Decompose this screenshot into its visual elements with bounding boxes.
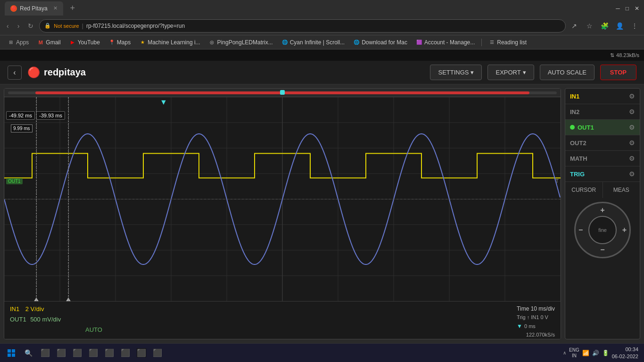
dial-control[interactable]: + − − + fine bbox=[574, 202, 631, 258]
bookmark-cyan[interactable]: 🌐 Cyan Infinite | Scroll... bbox=[278, 38, 349, 47]
timeline-bar[interactable] bbox=[4, 89, 561, 97]
extensions-btn[interactable]: 🧩 bbox=[599, 22, 610, 30]
bookmarks-bar: ⊞ Apps M Gmail ▶ YouTube 📍 Maps ★ Machin… bbox=[0, 35, 644, 49]
dial-area: + − − + fine bbox=[565, 198, 640, 262]
start-button[interactable] bbox=[4, 346, 19, 361]
channel-out2[interactable]: OUT2 ⚙ bbox=[565, 135, 640, 151]
wifi-icon: 📶 bbox=[582, 350, 589, 356]
autoscale-button[interactable]: AUTO SCALE bbox=[540, 65, 594, 80]
browser-icon: ⬛ bbox=[57, 348, 66, 357]
address-box[interactable]: 🔒 Not secure | rp-f07215.local/scopegenp… bbox=[39, 19, 566, 33]
taskbar-app-btn[interactable]: ⬛ bbox=[150, 346, 165, 361]
grid-area: -49.92 ms -39.93 ms 9.99 ms ▼ OUT1 bbox=[4, 97, 561, 301]
chrome-icon: ⬛ bbox=[105, 348, 114, 357]
taskbar-settings-btn[interactable]: ⬛ bbox=[118, 346, 133, 361]
browser-tab[interactable]: 🔴 Red Pitaya ✕ bbox=[5, 1, 63, 16]
trig-line: Trig ↑ IN1 0 V bbox=[517, 313, 555, 322]
settings-button[interactable]: SETTINGS ▾ bbox=[430, 65, 482, 80]
address-bar: ‹ › ↻ 🔒 Not secure | rp-f07215.local/sco… bbox=[0, 16, 644, 35]
window-controls: ─ □ ✕ bbox=[616, 5, 639, 12]
out1-status-value: 500 mV/div bbox=[30, 316, 61, 323]
channel-math[interactable]: MATH ⚙ bbox=[565, 151, 640, 166]
bookmark-download-label: Download for Mac bbox=[362, 39, 407, 46]
bookmark-reading[interactable]: ☰ Reading list bbox=[485, 38, 530, 47]
tray-expand-btn[interactable]: ∧ bbox=[563, 350, 566, 355]
minimize-btn[interactable]: ─ bbox=[616, 5, 620, 12]
bookmark-apps[interactable]: ⊞ Apps bbox=[4, 38, 33, 47]
taskbar-explorer-btn[interactable]: ⬛ bbox=[86, 346, 101, 361]
in2-gear-icon[interactable]: ⚙ bbox=[629, 108, 635, 115]
files-icon: ⬛ bbox=[41, 348, 50, 357]
dial-down-btn[interactable]: − bbox=[600, 246, 604, 254]
dial-center[interactable]: fine bbox=[588, 216, 617, 244]
dial-up-btn[interactable]: + bbox=[600, 206, 604, 214]
bookmark-github[interactable]: ◎ PingPongLEDMatrix... bbox=[205, 38, 277, 47]
back-button[interactable]: ‹ bbox=[8, 66, 22, 80]
out1-gear-icon[interactable]: ⚙ bbox=[629, 123, 635, 131]
cursor-left-label: -49.92 ms bbox=[6, 111, 35, 120]
out1-status-label: OUT1 bbox=[10, 316, 26, 323]
settings-label: SETTINGS bbox=[438, 69, 469, 76]
channel-in2[interactable]: IN2 ⚙ bbox=[565, 104, 640, 120]
bookmark-youtube[interactable]: ▶ YouTube bbox=[66, 38, 104, 47]
math-gear-icon[interactable]: ⚙ bbox=[629, 155, 635, 162]
bookmark-account-label: Account - Manage... bbox=[424, 39, 475, 46]
rp-logo-icon: 🔴 bbox=[27, 66, 40, 79]
stop-button[interactable]: STOP bbox=[600, 65, 636, 80]
not-secure-label: Not secure bbox=[54, 23, 79, 29]
scope-status: IN1 2 V/div OUT1 500 mV/div AUTO Time 10… bbox=[4, 301, 561, 339]
bookmark-ml[interactable]: ★ Machine Learning i... bbox=[135, 38, 204, 47]
meet-icon: ⬛ bbox=[73, 348, 82, 357]
time-div: Time 10 ms/div bbox=[517, 304, 555, 313]
dial-right-btn[interactable]: + bbox=[622, 226, 627, 234]
bookmark-download[interactable]: 🌐 Download for Mac bbox=[349, 38, 411, 47]
new-tab-btn[interactable]: + bbox=[67, 3, 78, 14]
explorer-icon: ⬛ bbox=[89, 348, 98, 357]
cursor-meas-btns: CURSOR MEAS bbox=[565, 182, 640, 198]
bookmark-gmail-label: Gmail bbox=[46, 39, 60, 46]
taskbar-chrome-btn[interactable]: ⬛ bbox=[102, 346, 117, 361]
taskbar-terminal-btn[interactable]: ⬛ bbox=[134, 346, 149, 361]
in1-status: IN1 2 V/div bbox=[10, 304, 517, 313]
cursor-button[interactable]: CURSOR bbox=[565, 182, 603, 198]
bookmark-youtube-label: YouTube bbox=[78, 39, 100, 46]
taskbar-files-btn[interactable]: ⬛ bbox=[38, 346, 53, 361]
in1-value: 2 V/div bbox=[25, 305, 44, 313]
reload-btn[interactable]: ↻ bbox=[25, 20, 36, 32]
right-panel: IN1 ⚙ IN2 ⚙ OUT1 ⚙ OUT2 ⚙ MATH ⚙ TRIG bbox=[565, 88, 640, 339]
browser-actions: ↗ ☆ 🧩 👤 ⋮ bbox=[569, 22, 640, 30]
taskbar-browser-btn[interactable]: ⬛ bbox=[54, 346, 69, 361]
trigger-marker: ▼ bbox=[160, 98, 167, 107]
trig-gear-icon[interactable]: ⚙ bbox=[629, 170, 635, 178]
dial-left-btn[interactable]: − bbox=[578, 226, 583, 234]
rp-logo-text: redpitaya bbox=[44, 67, 86, 78]
channel-in1[interactable]: IN1 ⚙ bbox=[565, 89, 640, 104]
share-btn[interactable]: ↗ bbox=[569, 22, 580, 30]
apps-icon: ⊞ bbox=[8, 39, 14, 46]
out1-channel-label: OUT1 bbox=[6, 178, 23, 184]
bookmark-maps[interactable]: 📍 Maps bbox=[105, 38, 134, 47]
channel-trig[interactable]: TRIG ⚙ bbox=[565, 166, 640, 182]
maximize-btn[interactable]: □ bbox=[626, 5, 629, 12]
waveform-canvas bbox=[4, 97, 561, 301]
menu-btn[interactable]: ⋮ bbox=[629, 22, 640, 30]
in1-gear-icon[interactable]: ⚙ bbox=[629, 92, 635, 100]
taskbar-meet-btn[interactable]: ⬛ bbox=[70, 346, 85, 361]
account-icon: 🟪 bbox=[416, 39, 422, 46]
export-button[interactable]: EXPORT ▾ bbox=[487, 65, 534, 80]
bookmark-gmail[interactable]: M Gmail bbox=[33, 38, 64, 47]
forward-btn[interactable]: › bbox=[15, 20, 23, 32]
taskbar-search-btn[interactable]: 🔍 bbox=[21, 346, 36, 361]
back-btn[interactable]: ‹ bbox=[4, 20, 12, 32]
in1-channel-label: IN1 bbox=[570, 93, 629, 100]
channel-out1[interactable]: OUT1 ⚙ bbox=[565, 120, 640, 135]
bookmark-account[interactable]: 🟪 Account - Manage... bbox=[412, 38, 479, 47]
meas-button[interactable]: MEAS bbox=[603, 182, 640, 198]
bookmark-btn[interactable]: ☆ bbox=[584, 22, 595, 30]
profile-btn[interactable]: 👤 bbox=[614, 22, 625, 30]
out2-gear-icon[interactable]: ⚙ bbox=[629, 139, 635, 147]
language-indicator[interactable]: ENGIN bbox=[569, 347, 579, 359]
tab-favicon: 🔴 bbox=[10, 5, 17, 12]
tab-close-btn[interactable]: ✕ bbox=[53, 5, 58, 11]
close-btn[interactable]: ✕ bbox=[635, 5, 639, 12]
